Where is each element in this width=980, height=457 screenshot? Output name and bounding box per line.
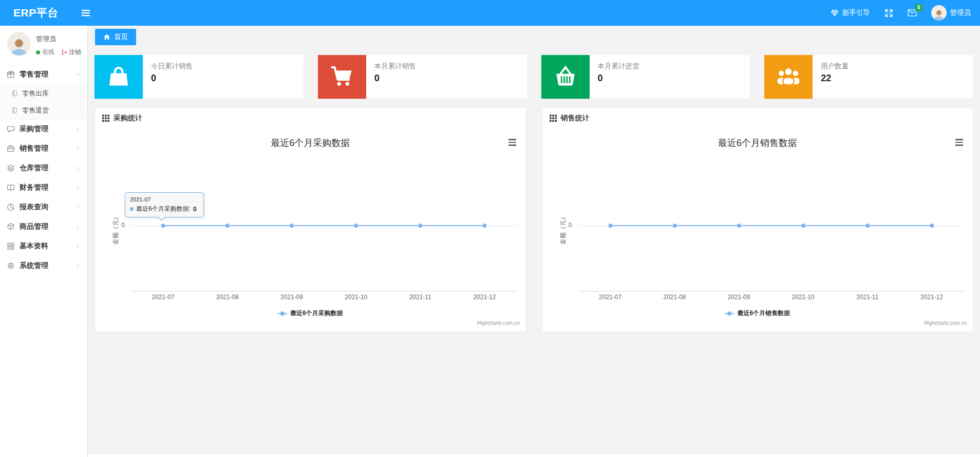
- chevron-left-icon: [75, 244, 81, 249]
- stat-cards-row: 今日累计销售0本月累计销售0本月累计进货0用户数量22: [95, 55, 973, 99]
- panel-sales-stats: 销售统计 最近6个月销售数据金额（元）02021-072021-082021-0…: [542, 107, 974, 332]
- chevron-left-icon: [75, 146, 81, 152]
- data-point-marker[interactable]: [225, 224, 230, 228]
- panel-title: 采购统计: [114, 114, 142, 123]
- avatar: [931, 5, 947, 21]
- home-icon: [103, 33, 110, 41]
- sidebar-item-goods[interactable]: 商品管理: [0, 217, 87, 236]
- stat-card-icon-block: [541, 55, 590, 99]
- data-point-marker[interactable]: [865, 224, 870, 228]
- chevron-left-icon: [75, 224, 81, 230]
- x-axis-tick-label: 2021-07: [587, 294, 633, 301]
- stat-card-month-purchase: 本月累计进货0: [541, 55, 750, 99]
- data-point-marker[interactable]: [801, 224, 805, 228]
- tooltip-header: 2021-07: [130, 196, 199, 203]
- x-axis-tick-label: 2021-10: [780, 294, 826, 301]
- fullscreen-button[interactable]: [884, 9, 893, 17]
- stat-card-icon-block: [764, 55, 813, 99]
- shopping-cart-icon: [330, 64, 354, 90]
- guide-link[interactable]: 新手引导: [831, 8, 870, 17]
- shopping-bag-icon: [107, 64, 130, 90]
- file-icon: [11, 90, 18, 97]
- fullscreen-icon: [884, 9, 893, 17]
- sidebar-menu: 零售管理零售出库零售退货采购管理销售管理仓库管理财务管理报表查询商品管理基本资料…: [0, 65, 87, 276]
- data-point-marker[interactable]: [290, 224, 294, 228]
- sidebar-item-sales[interactable]: 销售管理: [0, 139, 87, 158]
- user-profile: 管理员 在线 注销: [0, 26, 87, 62]
- menu-icon: [81, 9, 90, 17]
- sidebar-item-basic-data[interactable]: 基本资料: [0, 236, 87, 256]
- gear-icon: [7, 262, 15, 270]
- panel-header: 采购统计: [95, 108, 526, 129]
- stat-card-icon-block: [95, 55, 143, 99]
- sidebar-toggle-button[interactable]: [79, 7, 92, 19]
- legend-symbol: [725, 311, 734, 316]
- x-axis-tick-label: 2021-09: [269, 294, 315, 301]
- stat-card-body: 今日累计销售0: [143, 55, 201, 99]
- book-icon: [7, 184, 15, 192]
- stat-card-title: 用户数量: [821, 62, 849, 71]
- legend-item[interactable]: 最近6个月采购数据: [278, 309, 343, 318]
- data-point-marker[interactable]: [737, 224, 741, 228]
- sidebar-item-label: 零售管理: [20, 70, 48, 79]
- data-point-marker[interactable]: [161, 224, 165, 228]
- legend-label: 最近6个月销售数据: [737, 309, 790, 318]
- legend-item[interactable]: 最近6个月销售数据: [725, 309, 790, 318]
- stat-card-body: 本月累计进货0: [590, 55, 648, 99]
- stat-card-today-sales: 今日累计销售0: [95, 55, 304, 99]
- avatar: [7, 32, 31, 56]
- data-point-marker[interactable]: [672, 224, 676, 228]
- stat-card-month-sales: 本月累计销售0: [318, 55, 527, 99]
- sidebar-item-retail-outbound[interactable]: 零售出库: [0, 85, 87, 102]
- x-axis-tick-label: 2021-09: [715, 294, 762, 301]
- x-axis-tick-label: 2021-08: [204, 294, 251, 301]
- sidebar-item-finance[interactable]: 财务管理: [0, 178, 87, 197]
- top-navbar: ERP平台 新手引导 0: [0, 0, 980, 26]
- data-point-marker[interactable]: [418, 224, 422, 228]
- brand-logo: ERP平台: [13, 6, 59, 20]
- message-count-badge: 0: [915, 4, 922, 11]
- stat-card-icon-block: [318, 55, 366, 99]
- sidebar-item-label: 系统管理: [20, 261, 48, 270]
- sidebar-item-warehouse[interactable]: 仓库管理: [0, 158, 87, 178]
- shopping-basket-icon: [554, 64, 577, 90]
- sidebar-item-purchase[interactable]: 采购管理: [0, 119, 87, 139]
- chevron-left-icon: [75, 166, 81, 171]
- stat-card-body: 本月累计销售0: [366, 55, 424, 99]
- data-point-marker[interactable]: [608, 224, 612, 228]
- messages-button[interactable]: 0: [908, 9, 917, 17]
- chart-context-menu-button[interactable]: [508, 139, 519, 148]
- sign-out-icon: [61, 49, 67, 56]
- x-axis-tick-label: 2021-08: [651, 294, 698, 301]
- navbar-right: 新手引导 0 管理员: [831, 5, 971, 21]
- app-root: ERP平台 新手引导 0: [0, 0, 980, 457]
- footer-bar: [88, 453, 980, 457]
- data-point-marker[interactable]: [354, 224, 358, 228]
- sidebar-item-reports[interactable]: 报表查询: [0, 197, 87, 217]
- data-point-marker[interactable]: [482, 224, 486, 228]
- online-status-dot: [36, 50, 40, 54]
- data-point-marker[interactable]: [930, 224, 934, 228]
- sidebar-item-retail-return[interactable]: 零售退货: [0, 102, 87, 119]
- x-axis-tick-label: 2021-07: [140, 294, 186, 301]
- pie-chart-icon: [7, 203, 15, 211]
- chart-context-menu-button[interactable]: [955, 139, 966, 148]
- sales-chart: 最近6个月销售数据金额（元）02021-072021-082021-092021…: [542, 129, 973, 332]
- stat-card-title: 本月累计进货: [598, 62, 639, 71]
- chevron-left-icon: [75, 205, 81, 210]
- sidebar-item-label: 商品管理: [20, 222, 48, 231]
- breadcrumb-tab-home[interactable]: 首页: [95, 29, 136, 45]
- sidebar-item-label: 零售退货: [22, 106, 49, 115]
- sidebar-item-retail[interactable]: 零售管理: [0, 65, 87, 84]
- panel-purchase-stats: 采购统计 最近6个月采购数据金额（元）02021-072021-082021-0…: [95, 107, 526, 332]
- sidebar-item-system[interactable]: 系统管理: [0, 256, 87, 276]
- stat-card-user-count: 用户数量22: [764, 55, 973, 99]
- chart-credits[interactable]: Highcharts.com.cn: [924, 320, 967, 326]
- tooltip-value: 0: [193, 206, 197, 213]
- chart-credits[interactable]: Highcharts.com.cn: [477, 320, 520, 326]
- sidebar-item-label: 基本资料: [20, 242, 48, 251]
- chevron-down-icon: [75, 72, 81, 78]
- logout-link[interactable]: 注销: [61, 48, 81, 57]
- user-menu[interactable]: 管理员: [931, 5, 971, 21]
- x-axis-tick-label: 2021-11: [844, 294, 891, 301]
